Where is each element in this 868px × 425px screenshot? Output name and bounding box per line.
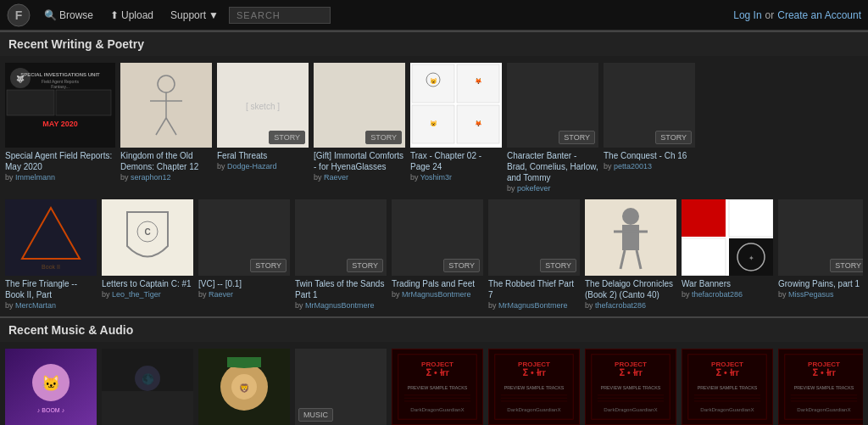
svg-text:PREVIEW SAMPLE TRACKS: PREVIEW SAMPLE TRACKS [504, 385, 565, 390]
support-dropdown-icon: ▼ [209, 9, 219, 21]
svg-text:MAY 2020: MAY 2020 [42, 120, 78, 128]
writing-row-1: 🐺 SPECIAL INVESTIGATIONS UNIT Field Agen… [5, 63, 863, 193]
story-badge: STORY [269, 131, 305, 144]
navbar: F 🔍 Browse ⬆ Upload Support ▼ Log In or … [0, 0, 868, 31]
svg-text:🦁: 🦁 [239, 383, 250, 394]
writing-section-header: Recent Writing & Poetry [0, 31, 868, 56]
writing-gallery: 🐺 SPECIAL INVESTIGATIONS UNIT Field Agen… [0, 56, 868, 316]
svg-text:✦: ✦ [748, 254, 754, 262]
svg-text:[ sketch ]: [ sketch ] [246, 102, 280, 111]
svg-rect-6 [56, 90, 111, 115]
svg-text:🦊: 🦊 [475, 120, 482, 127]
list-item[interactable]: [ sketch ] STORY Feral Threats by Dodge-… [217, 63, 309, 193]
list-item[interactable]: STORY [Gift] Immortal Comforts - for Hye… [314, 63, 405, 193]
list-item[interactable]: STORY Growing Pains, part 1 by MissPegas… [778, 199, 863, 310]
list-item[interactable]: STORY Twin Tales of the Sands Part 1 by … [295, 199, 387, 310]
list-item[interactable]: STORY Trading Pals and Feet by MrMagnusB… [392, 199, 483, 310]
svg-rect-33 [102, 199, 193, 276]
svg-point-37 [622, 208, 639, 225]
svg-text:DarkDragonGuardianX: DarkDragonGuardianX [797, 406, 851, 412]
music-gallery: 🐱 ♪ BOOM ♪ Boom by tundrafox1 🌑 Бежать т… [0, 342, 868, 425]
music-section-header: Recent Music & Audio [0, 316, 868, 342]
list-item[interactable]: 🦁 White Lion With the Green Mane (Drum C… [198, 349, 290, 425]
list-item[interactable]: STORY [VC] -- [0.1] by Raever [198, 199, 290, 310]
story-badge: STORY [655, 131, 692, 144]
svg-text:PREVIEW SAMPLE TRACKS: PREVIEW SAMPLE TRACKS [408, 385, 468, 390]
svg-rect-44 [729, 199, 773, 237]
list-item[interactable]: PROJECT Ʃ • Ɨrr PREVIEW SAMPLE TRACKS Da… [585, 349, 676, 425]
support-nav-item[interactable]: Support ▼ [164, 6, 225, 25]
list-item[interactable]: Book II The Fire Triangle -- Book II, Pa… [5, 199, 97, 310]
story-badge: STORY [250, 259, 287, 272]
svg-text:C: C [144, 227, 150, 237]
svg-rect-45 [682, 238, 726, 276]
auth-separator: or [765, 9, 775, 21]
svg-text:Ʃ • Ɨrr: Ʃ • Ɨrr [426, 367, 449, 377]
list-item[interactable]: 🐱 ♪ BOOM ♪ Boom by tundrafox1 [5, 349, 97, 425]
search-input[interactable] [229, 7, 331, 24]
list-item[interactable]: STORY The Conquest - Ch 16 by petta20013 [604, 63, 695, 193]
svg-rect-38 [622, 225, 639, 250]
story-badge: STORY [559, 131, 595, 144]
list-item[interactable]: ✦ War Banners by thefacrobat286 [682, 199, 773, 310]
browse-nav-item[interactable]: 🔍 Browse [37, 6, 100, 25]
svg-rect-43 [682, 199, 726, 237]
svg-text:Book II: Book II [42, 264, 60, 270]
login-link[interactable]: Log In [733, 9, 761, 21]
svg-text:SPECIAL INVESTIGATIONS UNIT: SPECIAL INVESTIGATIONS UNIT [20, 72, 100, 77]
svg-text:🦊: 🦊 [475, 77, 482, 85]
svg-text:DarkDragonGuardianX: DarkDragonGuardianX [700, 406, 754, 412]
story-badge: STORY [540, 259, 576, 272]
music-badge: MUSIC [298, 408, 333, 422]
svg-text:PREVIEW SAMPLE TRACKS: PREVIEW SAMPLE TRACKS [794, 385, 854, 390]
list-item[interactable]: C Letters to Captain C: #1 by Leo_the_Ti… [102, 199, 193, 310]
story-badge: STORY [347, 259, 383, 272]
list-item[interactable]: MUSIC Pretending To Be Straight [Instrum… [295, 349, 387, 425]
svg-text:😺: 😺 [430, 77, 437, 85]
upload-nav-item[interactable]: ⬆ Upload [103, 6, 160, 25]
music-row-1: 🐱 ♪ BOOM ♪ Boom by tundrafox1 🌑 Бежать т… [5, 349, 863, 425]
svg-text:Ʃ • Ɨrr: Ʃ • Ɨrr [715, 367, 739, 377]
list-item[interactable]: STORY Character Banter - Brad, Cornelius… [507, 63, 598, 193]
svg-text:🐱: 🐱 [42, 374, 61, 393]
svg-text:Ʃ • Ɨrr: Ʃ • Ɨrr [812, 367, 836, 377]
svg-text:😺: 😺 [430, 120, 437, 127]
svg-text:PREVIEW SAMPLE TRACKS: PREVIEW SAMPLE TRACKS [601, 385, 661, 390]
writing-row-2: Book II The Fire Triangle -- Book II, Pa… [5, 199, 863, 310]
svg-text:🌑: 🌑 [142, 372, 154, 385]
list-item[interactable]: The Delaigo Chronicles (Book 2) (Canto 4… [585, 199, 676, 310]
svg-rect-60 [227, 357, 261, 367]
svg-rect-5 [7, 90, 54, 115]
browse-icon: 🔍 [44, 9, 57, 21]
svg-text:PREVIEW SAMPLE TRACKS: PREVIEW SAMPLE TRACKS [698, 385, 758, 390]
support-label: Support [170, 9, 206, 21]
svg-text:DarkDragonGuardianX: DarkDragonGuardianX [604, 406, 658, 412]
story-badge: STORY [443, 259, 480, 272]
list-item[interactable]: PROJECT Ʃ • Ɨrr PREVIEW SAMPLE TRACKS Da… [488, 349, 580, 425]
svg-text:Fantasy...: Fantasy... [51, 84, 70, 89]
list-item[interactable]: STORY The Robbed Thief Part 7 by MrMagnu… [488, 199, 580, 310]
list-item[interactable]: 🐺 SPECIAL INVESTIGATIONS UNIT Field Agen… [5, 63, 115, 193]
list-item[interactable]: 🌑 Бежать так быстро / Run so fast by Mat… [102, 349, 193, 425]
svg-text:DarkDragonGuardianX: DarkDragonGuardianX [410, 406, 465, 412]
auth-links: Log In or Create an Account [733, 9, 861, 21]
svg-text:Ʃ • Ɨrr: Ʃ • Ɨrr [619, 367, 643, 377]
story-badge: STORY [830, 259, 863, 272]
list-item[interactable]: PROJECT Ʃ • Ɨrr PREVIEW SAMPLE TRACKS Da… [392, 349, 483, 425]
upload-icon: ⬆ [110, 9, 119, 21]
list-item[interactable]: Kingdom of the Old Demons: Chapter 12 by… [120, 63, 212, 193]
svg-text:DarkDragonGuardianX: DarkDragonGuardianX [507, 406, 561, 412]
list-item[interactable]: 😺 🦊 😺 🦊 Trax - Chapter 02 - Page 24 by Y… [410, 63, 502, 193]
svg-text:F: F [15, 8, 23, 22]
story-badge: STORY [365, 131, 402, 144]
site-logo[interactable]: F [7, 3, 31, 27]
list-item[interactable]: PROJECT Ʃ • Ɨrr PREVIEW SAMPLE TRACKS Da… [778, 349, 863, 425]
svg-text:Ʃ • Ɨrr: Ʃ • Ɨrr [522, 367, 546, 377]
list-item[interactable]: PROJECT Ʃ • Ɨrr PREVIEW SAMPLE TRACKS Da… [682, 349, 773, 425]
svg-text:♪ BOOM ♪: ♪ BOOM ♪ [37, 407, 64, 413]
svg-rect-54 [102, 391, 193, 425]
create-account-link[interactable]: Create an Account [777, 9, 861, 21]
